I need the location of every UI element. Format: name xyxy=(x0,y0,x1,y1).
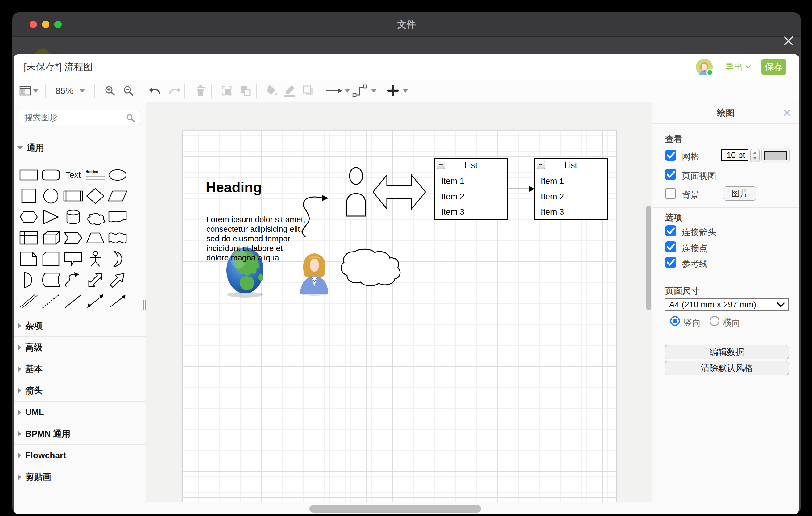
zoom-level-dropdown[interactable]: 85% xyxy=(53,80,76,102)
shape-rounded-rectangle[interactable] xyxy=(40,165,62,185)
list-item[interactable]: Item 1 xyxy=(535,173,607,189)
shape-hexagon[interactable] xyxy=(18,207,40,227)
zoom-caret-icon[interactable] xyxy=(79,80,85,102)
delete-icon[interactable] xyxy=(194,80,207,102)
shape-and[interactable] xyxy=(18,270,40,290)
user-avatar[interactable] xyxy=(696,59,713,75)
shape-rectangle[interactable] xyxy=(18,165,40,185)
shape-document[interactable] xyxy=(107,207,129,227)
guides-checkbox[interactable] xyxy=(665,257,676,268)
grid-size-input[interactable] xyxy=(721,149,749,162)
shape-ellipse[interactable] xyxy=(107,165,129,185)
search-input[interactable] xyxy=(19,110,140,125)
shape-square[interactable] xyxy=(18,186,40,206)
sidebar-category-bpmn[interactable]: BPMN 通用 xyxy=(13,423,146,445)
waypoint-caret-icon[interactable] xyxy=(371,80,377,102)
redo-icon[interactable] xyxy=(168,80,181,102)
background-image-button[interactable]: 图片 xyxy=(723,187,756,201)
shape-data-storage[interactable] xyxy=(40,270,62,290)
shape-cloud[interactable] xyxy=(84,207,107,227)
heading-text-shape[interactable]: Heading xyxy=(206,179,262,196)
shape-curve-arrow[interactable] xyxy=(62,270,84,290)
shape-card[interactable] xyxy=(40,249,62,269)
shape-actor[interactable] xyxy=(84,249,107,269)
waypoint-style-icon[interactable] xyxy=(352,80,368,102)
background-checkbox[interactable] xyxy=(665,188,676,199)
drawing-canvas[interactable]: Heading Lorem ipsum dolor sit amet, cons… xyxy=(146,102,652,502)
paragraph-text-shape[interactable]: Lorem ipsum dolor sit amet, consectetur … xyxy=(206,215,306,263)
sidebar-category-basic[interactable]: 基本 xyxy=(13,358,146,380)
shape-diamond[interactable] xyxy=(84,186,107,206)
shape-or[interactable] xyxy=(107,249,129,269)
shape-two-way-arrow[interactable] xyxy=(84,270,107,290)
export-button[interactable]: 导出 xyxy=(725,54,751,80)
line-color-icon[interactable] xyxy=(283,80,297,102)
connection-points-checkbox[interactable] xyxy=(665,241,676,253)
list-item[interactable]: Item 1 xyxy=(435,173,507,189)
shape-cube[interactable] xyxy=(40,228,62,248)
list-shape-1[interactable]: List Item 1 Item 2 Item 3 xyxy=(434,158,508,220)
list-connector-arrow[interactable] xyxy=(509,186,535,192)
shape-text[interactable]: Text xyxy=(62,165,84,185)
clear-default-style-button[interactable]: 清除默认风格 xyxy=(665,361,789,375)
shape-process[interactable] xyxy=(62,186,84,206)
close-icon[interactable] xyxy=(782,34,795,47)
shape-tape[interactable] xyxy=(107,228,129,248)
shape-note[interactable] xyxy=(18,249,40,269)
grid-checkbox[interactable] xyxy=(665,150,676,161)
page-view-checkbox[interactable] xyxy=(665,169,676,180)
shape-callout[interactable] xyxy=(62,249,84,269)
list-item[interactable]: Item 2 xyxy=(535,189,607,204)
landscape-radio[interactable] xyxy=(709,316,720,326)
section-general[interactable]: 通用 xyxy=(13,139,146,156)
shape-step[interactable] xyxy=(62,228,84,248)
shape-textbox[interactable]: Heading xyxy=(84,165,107,185)
zoom-out-icon[interactable] xyxy=(122,80,135,102)
portrait-radio[interactable] xyxy=(670,316,680,326)
list-item[interactable]: Item 3 xyxy=(435,204,507,220)
sidebar-resize-handle[interactable] xyxy=(143,300,146,310)
zoom-in-icon[interactable] xyxy=(104,80,116,102)
connection-arrows-checkbox[interactable] xyxy=(665,225,676,236)
list-shape-2[interactable]: List Item 1 Item 2 Item 3 xyxy=(534,158,608,220)
shape-trapezoid[interactable] xyxy=(84,228,107,248)
page-view-caret-icon[interactable] xyxy=(33,80,39,102)
sidebar-category-uml[interactable]: UML xyxy=(13,401,146,423)
panel-close-icon[interactable] xyxy=(783,109,791,117)
shape-dotted-line[interactable] xyxy=(40,291,62,311)
shape-directional-arrow[interactable] xyxy=(107,291,129,311)
sidebar-category-advanced[interactable]: 高级 xyxy=(13,336,146,358)
sidebar-category-flowchart[interactable]: Flowchart xyxy=(13,445,146,466)
shape-arrow[interactable] xyxy=(107,270,129,290)
insert-caret-icon[interactable] xyxy=(402,80,408,102)
shape-double-line[interactable] xyxy=(18,291,40,311)
collapse-icon[interactable] xyxy=(537,161,545,169)
stepper-down-icon[interactable] xyxy=(753,157,757,159)
to-back-icon[interactable] xyxy=(238,80,252,102)
shape-parallelogram[interactable] xyxy=(107,186,129,206)
list-item[interactable]: Item 3 xyxy=(535,204,607,220)
stepper-up-icon[interactable] xyxy=(753,152,757,154)
sidebar-category-clipart[interactable]: 剪贴画 xyxy=(13,466,146,488)
edit-data-button[interactable]: 编辑数据 xyxy=(665,345,789,359)
connection-caret-icon[interactable] xyxy=(344,80,350,102)
shape-line[interactable] xyxy=(62,291,84,311)
sidebar-category-misc[interactable]: 杂项 xyxy=(13,315,146,337)
vertical-scrollbar[interactable] xyxy=(646,205,651,311)
save-button[interactable]: 保存 xyxy=(761,59,786,75)
shape-cylinder[interactable] xyxy=(62,207,84,227)
sidebar-category-arrows[interactable]: 箭头 xyxy=(13,380,146,402)
actor-shape[interactable] xyxy=(347,168,365,216)
list-item[interactable]: Item 2 xyxy=(435,189,507,204)
fill-color-icon[interactable] xyxy=(265,80,279,102)
to-front-icon[interactable] xyxy=(220,80,234,102)
grid-size-stepper[interactable] xyxy=(750,149,759,162)
two-way-arrow-shape[interactable] xyxy=(373,175,426,209)
connection-arrow-icon[interactable] xyxy=(324,80,344,102)
page-view-icon[interactable] xyxy=(19,80,32,102)
undo-icon[interactable] xyxy=(148,80,162,102)
shape-triangle[interactable] xyxy=(40,207,62,227)
shape-bidirectional-arrow[interactable] xyxy=(84,291,107,311)
shape-circle[interactable] xyxy=(40,186,62,206)
shadow-icon[interactable] xyxy=(301,80,315,102)
